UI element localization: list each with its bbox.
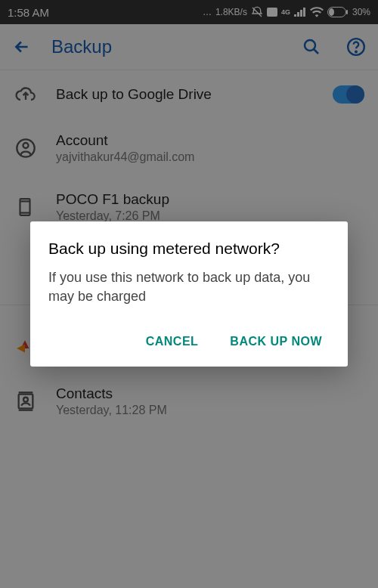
dialog-title: Back up using metered network? (48, 240, 330, 258)
metered-network-dialog: Back up using metered network? If you us… (30, 221, 348, 367)
dialog-body: If you use this network to back up data,… (48, 268, 330, 306)
backup-now-button[interactable]: BACK UP NOW (225, 329, 327, 354)
modal-overlay[interactable]: Back up using metered network? If you us… (0, 0, 378, 588)
dialog-actions: CANCEL BACK UP NOW (48, 324, 330, 359)
cancel-button[interactable]: CANCEL (141, 329, 203, 354)
